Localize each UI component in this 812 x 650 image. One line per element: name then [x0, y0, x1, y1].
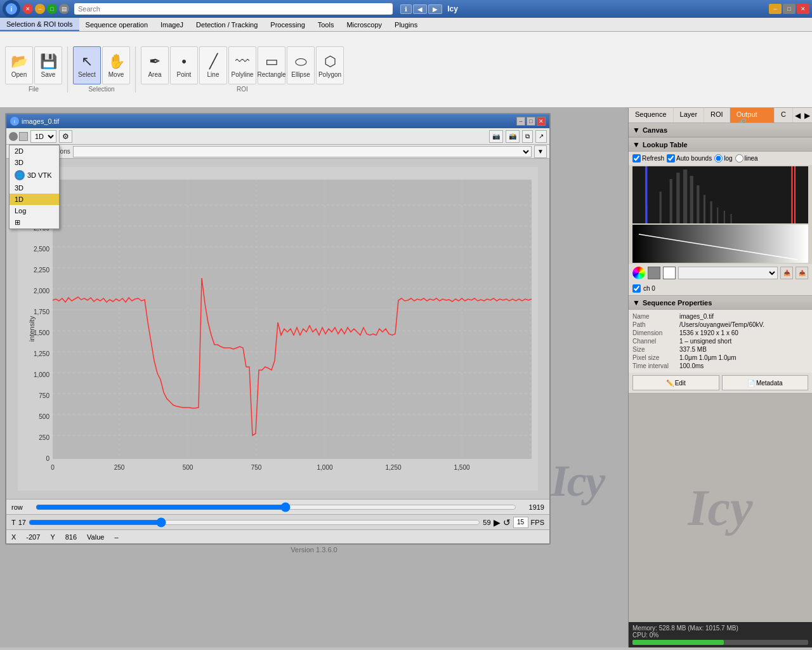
move-button[interactable]: ✋ Move — [102, 46, 130, 84]
canvas-title: Canvas — [643, 126, 667, 134]
row-slider[interactable] — [36, 503, 516, 512]
maximize-btn[interactable]: □ — [47, 4, 57, 14]
menu-selection-roi[interactable]: Selection & ROI tools — [0, 18, 79, 31]
color-wheel[interactable] — [632, 267, 645, 279]
nav-forward-btn[interactable]: ▶ — [428, 4, 442, 14]
edit-btn[interactable]: ✏️ Edit — [632, 375, 719, 390]
tab-c[interactable]: C — [775, 108, 793, 123]
color-import-btn[interactable]: 📥 — [780, 267, 793, 279]
dim-log[interactable]: Log — [10, 205, 59, 216]
tab-layer[interactable]: Layer — [674, 108, 705, 123]
loop-button[interactable]: ↺ — [503, 517, 511, 527]
dim-select[interactable]: 1D2D3D — [30, 130, 56, 143]
window-title: Icy — [447, 4, 458, 13]
menu-microscopy[interactable]: Microscopy — [340, 18, 388, 31]
tab-roi[interactable]: ROI — [704, 108, 730, 123]
color-swatch[interactable] — [663, 267, 676, 279]
play-button[interactable]: ▶ — [494, 517, 501, 527]
lookup-collapse[interactable]: ▼ — [632, 140, 640, 149]
dim-3d-vtk[interactable]: 🌐3D VTK — [10, 168, 59, 182]
svg-rect-53 — [717, 208, 718, 223]
color-select[interactable] — [678, 267, 778, 279]
lock-icon — [9, 132, 18, 141]
extra-btn[interactable]: ▤ — [59, 4, 69, 14]
polyline-button[interactable]: 〰 Polyline — [228, 46, 256, 84]
svg-rect-52 — [710, 201, 712, 223]
panel-nav-forward[interactable]: ▶ — [802, 111, 812, 120]
auto-bounds-checkbox[interactable] — [667, 154, 675, 162]
ellipse-button[interactable]: ⬭ Ellipse — [287, 46, 315, 84]
bottom-logo-area: Icy — [629, 394, 812, 622]
open-button[interactable]: 📂 Open — [5, 46, 33, 84]
nav-back-btn[interactable]: ◀ — [413, 4, 427, 14]
export-btn[interactable]: ↗ — [535, 130, 547, 143]
prop-pixel-size: Pixel size 1.0μm 1.0μm 1.0μm — [632, 354, 808, 362]
save-button[interactable]: 💾 Save — [34, 46, 62, 84]
panel-nav-back[interactable]: ◀ — [793, 111, 802, 120]
inner-restore[interactable]: □ — [527, 117, 535, 126]
row-bar: row 1919 — [6, 499, 549, 514]
app-minimize[interactable]: – — [769, 4, 782, 14]
area-button[interactable]: ✒ Area — [141, 46, 169, 84]
menu-detection[interactable]: Detection / Tracking — [190, 18, 264, 31]
log-radio[interactable] — [714, 154, 723, 162]
menu-processing[interactable]: Processing — [264, 18, 311, 31]
svg-rect-54 — [724, 211, 725, 223]
svg-text:0: 0 — [46, 455, 49, 462]
display-options-btn[interactable]: ▼ — [534, 145, 547, 158]
app-logo: i — [3, 0, 20, 18]
prop-channel: Channel 1 – unsigned short — [632, 337, 808, 345]
search-input[interactable] — [74, 3, 393, 15]
menu-tools[interactable]: Tools — [311, 18, 341, 31]
menu-imagej[interactable]: ImageJ — [154, 18, 190, 31]
tab-output[interactable]: Output 🔗 — [730, 108, 775, 123]
value-label: Value — [87, 533, 104, 541]
line-button[interactable]: ╱ Line — [199, 46, 227, 84]
app-close[interactable]: ✕ — [797, 4, 809, 14]
point-button[interactable]: • Point — [170, 46, 198, 84]
seq-props-header: ▼ Sequence Properties — [629, 296, 812, 310]
menu-plugins[interactable]: Plugins — [388, 18, 424, 31]
menu-bar: Selection & ROI tools Sequence operation… — [0, 18, 812, 32]
menu-sequence-op[interactable]: Sequence operation — [79, 18, 154, 31]
timeline-slider[interactable] — [29, 518, 480, 527]
metadata-btn[interactable]: 📄 Metadata — [722, 375, 809, 390]
linear-radio[interactable] — [735, 154, 743, 162]
color-export-btn[interactable]: 📤 — [796, 267, 808, 279]
camera-btn[interactable]: 📷 — [489, 130, 503, 143]
app-maximize[interactable]: □ — [783, 4, 796, 14]
dim-3d-alt[interactable]: 3D — [10, 182, 59, 194]
seq-collapse[interactable]: ▼ — [632, 298, 640, 307]
close-btn[interactable]: ✕ — [23, 4, 33, 14]
rectangle-button[interactable]: ▭ Rectangle — [258, 46, 285, 84]
dim-2d[interactable]: 2D — [10, 145, 59, 157]
t-value: 17 — [18, 519, 26, 526]
nav-info-btn[interactable]: ℹ — [400, 4, 412, 14]
select-button[interactable]: ↖ Select — [73, 46, 101, 84]
dim-1d[interactable]: 1D — [10, 194, 59, 205]
fps-input[interactable] — [513, 517, 528, 528]
edit-icon: ✏️ — [666, 380, 674, 387]
panel-tabs: Sequence Layer ROI Output 🔗 C ◀ ▶ — [629, 108, 812, 123]
polygon-button[interactable]: ⬡ Polygon — [316, 46, 344, 84]
image-window-area: i images_0.tif – □ ✕ 1D2D3D ⚙ — [0, 108, 628, 647]
ch0-checkbox[interactable] — [632, 284, 641, 293]
inner-minimize[interactable]: – — [516, 117, 525, 126]
tab-sequence[interactable]: Sequence — [629, 108, 674, 123]
seq-title: Sequence Properties — [643, 299, 712, 307]
move-icon: ✋ — [108, 53, 125, 70]
display-options-select[interactable] — [73, 146, 532, 157]
version-text: Version 1.3.6.0 — [5, 545, 623, 555]
refresh-checkbox[interactable] — [632, 154, 641, 162]
svg-text:1,500: 1,500 — [34, 329, 49, 336]
canvas-collapse[interactable]: ▼ — [632, 126, 640, 135]
dim-grid[interactable]: ⊞ — [10, 216, 59, 229]
minimize-btn[interactable]: – — [35, 4, 45, 14]
snapshot-btn[interactable]: 📸 — [506, 130, 520, 143]
duplicate-btn[interactable]: ⧉ — [522, 130, 533, 143]
select-bar: Select display options ▼ — [6, 145, 549, 159]
view-toggle-btn[interactable]: ⚙ — [59, 130, 72, 143]
inner-close[interactable]: ✕ — [537, 117, 546, 126]
color-square[interactable] — [648, 267, 660, 279]
dim-3d[interactable]: 3D — [10, 157, 59, 168]
